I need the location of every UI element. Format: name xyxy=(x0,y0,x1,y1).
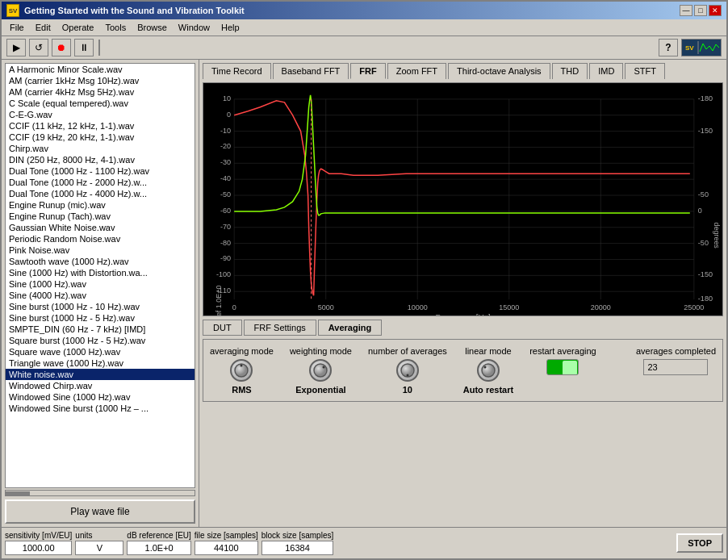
tab-frf[interactable]: FRF xyxy=(350,63,385,79)
menu-browse[interactable]: Browse xyxy=(132,21,172,34)
toolbar-run-button[interactable]: ▶ xyxy=(6,39,26,56)
restart-averaging-toggle[interactable] xyxy=(546,359,579,375)
tab-thd[interactable]: THD xyxy=(552,63,588,79)
svg-text:-90: -90 xyxy=(220,255,231,263)
list-item[interactable]: Sawtooth wave (1000 Hz).wav xyxy=(6,256,195,267)
svg-text:-40: -40 xyxy=(220,174,231,182)
file-size-value: 44100 xyxy=(195,541,258,555)
menu-file[interactable]: File xyxy=(5,21,29,34)
averaging-mode-knob[interactable] xyxy=(230,359,253,382)
list-item[interactable]: Chirp.wav xyxy=(6,143,195,154)
list-item[interactable]: CCIF (11 kHz, 12 kHz, 1-1).wav xyxy=(6,120,195,132)
tab-averaging[interactable]: Averaging xyxy=(318,320,382,336)
list-item[interactable]: AM (carrier 1kHz Msg 10Hz).wav xyxy=(6,75,195,86)
tab-frf-settings[interactable]: FRF Settings xyxy=(244,320,316,336)
list-item[interactable]: Windowed Sine (1000 Hz).wav xyxy=(6,391,195,403)
svg-text:15000: 15000 xyxy=(499,303,519,311)
svg-text:-100: -100 xyxy=(216,270,231,278)
close-button[interactable]: ✕ xyxy=(709,5,722,16)
svg-text:10000: 10000 xyxy=(408,303,428,311)
list-item[interactable]: Sine burst (1000 Hz - 10 Hz).wav xyxy=(6,301,195,312)
file-list[interactable]: A Harmonic Minor Scale.wav AM (carrier 1… xyxy=(5,63,195,488)
list-item[interactable]: Triangle wave (1000 Hz).wav xyxy=(6,357,195,369)
list-item[interactable]: Dual Tone (1000 Hz - 2000 Hz).w... xyxy=(6,177,195,188)
list-item[interactable]: C Scale (equal tempered).wav xyxy=(6,98,195,109)
list-item[interactable]: Square burst (1000 Hz - 5 Hz).wav xyxy=(6,335,195,346)
play-wave-file-button[interactable]: Play wave file xyxy=(5,499,195,524)
svg-text:-50: -50 xyxy=(220,190,231,199)
toolbar-record-button[interactable]: ⏺ xyxy=(52,39,71,56)
num-averages-knob[interactable] xyxy=(396,359,419,382)
averaging-mode-label: averaging mode xyxy=(210,346,274,356)
list-item[interactable]: Sine burst (1000 Hz - 5 Hz).wav xyxy=(6,312,195,324)
list-item[interactable]: Engine Runup (Tach).wav xyxy=(6,211,195,222)
toolbar-reload-button[interactable]: ↺ xyxy=(29,39,48,56)
minimize-button[interactable]: — xyxy=(680,5,692,16)
file-size-label: file size [samples] xyxy=(195,531,258,540)
list-item[interactable]: Dual Tone (1000 Hz - 4000 Hz).w... xyxy=(6,188,195,199)
linear-mode-label: linear mode xyxy=(465,346,511,356)
block-size-field: block size [samples] 16384 xyxy=(261,531,333,555)
main-window: SV Getting Started with the Sound and Vi… xyxy=(0,0,728,560)
bottom-tabs: DUT FRF Settings Averaging xyxy=(203,320,723,336)
linear-mode-value: Auto restart xyxy=(463,385,513,395)
tab-time-record[interactable]: Time Record xyxy=(203,63,271,79)
tab-zoom-fft[interactable]: Zoom FFT xyxy=(387,63,446,79)
restart-averaging-label: restart averaging xyxy=(529,346,596,356)
tab-third-octave[interactable]: Third-octave Analysis xyxy=(448,63,550,79)
list-item[interactable]: Sine (1000 Hz) with Distortion.wa... xyxy=(6,267,195,278)
averages-completed-input[interactable] xyxy=(643,359,708,375)
menu-operate[interactable]: Operate xyxy=(57,21,99,34)
weighting-mode-knob[interactable] xyxy=(309,359,332,382)
toolbar: ▶ ↺ ⏺ ⏸ ? SV xyxy=(2,36,726,60)
help-button[interactable]: ? xyxy=(659,39,678,56)
list-item[interactable]: DIN (250 Hz, 8000 Hz, 4-1).wav xyxy=(6,154,195,165)
tab-imd[interactable]: IMD xyxy=(589,63,623,79)
svg-text:-180: -180 xyxy=(698,295,713,303)
menu-help[interactable]: Help xyxy=(216,21,245,34)
tab-baseband-fft[interactable]: Baseband FFT xyxy=(273,63,349,79)
file-list-panel: A Harmonic Minor Scale.wav AM (carrier 1… xyxy=(2,60,199,527)
list-item[interactable]: C-E-G.wav xyxy=(6,109,195,120)
list-item[interactable]: Dual Tone (1000 Hz - 1100 Hz).wav xyxy=(6,165,195,177)
linear-mode-knob[interactable] xyxy=(477,359,500,382)
list-item[interactable]: Sine (4000 Hz).wav xyxy=(6,290,195,301)
list-item-selected[interactable]: White noise.wav xyxy=(6,369,195,380)
svg-text:25000: 25000 xyxy=(684,303,704,311)
list-item[interactable]: A Harmonic Minor Scale.wav xyxy=(6,64,195,75)
tab-dut[interactable]: DUT xyxy=(203,320,242,336)
stop-button[interactable]: STOP xyxy=(676,533,723,553)
list-item[interactable]: AM (carrier 4kHz Msg 5Hz).wav xyxy=(6,86,195,98)
db-ref-field: dB reference [EU] 1.0E+0 xyxy=(127,531,190,555)
list-item[interactable]: Windowed Sine burst (1000 Hz – ... xyxy=(6,403,195,414)
file-size-field: file size [samples] 44100 xyxy=(195,531,258,555)
list-item[interactable]: Periodic Random Noise.wav xyxy=(6,233,195,244)
status-bar: sensitivity [mV/EU] 1000.00 units V dB r… xyxy=(2,527,726,558)
averaging-mode-group: averaging mode xyxy=(210,346,274,395)
toolbar-pause-button[interactable]: ⏸ xyxy=(74,39,94,56)
svg-text:-10: -10 xyxy=(220,127,231,135)
scrollbar-thumb[interactable] xyxy=(6,491,30,496)
list-item[interactable]: Windowed Chirp.wav xyxy=(6,380,195,391)
list-item[interactable]: Gaussian White Noise.wav xyxy=(6,222,195,233)
svg-text:-150: -150 xyxy=(698,127,713,135)
units-field: units V xyxy=(75,531,123,555)
weighting-mode-label: weighting mode xyxy=(290,346,352,356)
block-size-label: block size [samples] xyxy=(261,531,333,540)
menu-window[interactable]: Window xyxy=(174,21,215,34)
horizontal-scrollbar[interactable] xyxy=(5,490,195,496)
list-item[interactable]: CCIF (19 kHz, 20 kHz, 1-1).wav xyxy=(6,132,195,143)
svg-text:Frequency [Hz]: Frequency [Hz] xyxy=(436,312,491,316)
tab-stft[interactable]: STFT xyxy=(625,63,665,79)
list-item[interactable]: Square wave (1000 Hz).wav xyxy=(6,346,195,357)
menu-edit[interactable]: Edit xyxy=(31,21,56,34)
restore-button[interactable]: □ xyxy=(694,5,707,16)
svg-text:20000: 20000 xyxy=(591,303,611,311)
svg-text:10: 10 xyxy=(223,94,231,102)
list-item[interactable]: SMPTE_DIN (60 Hz - 7 kHz) [IMD] xyxy=(6,324,195,335)
list-item[interactable]: Engine Runup (mic).wav xyxy=(6,199,195,211)
menu-tools[interactable]: Tools xyxy=(100,21,131,34)
list-item[interactable]: Pink Noise.wav xyxy=(6,244,195,256)
list-item[interactable]: Sine (1000 Hz).wav xyxy=(6,278,195,290)
block-size-value: 16384 xyxy=(261,541,333,555)
